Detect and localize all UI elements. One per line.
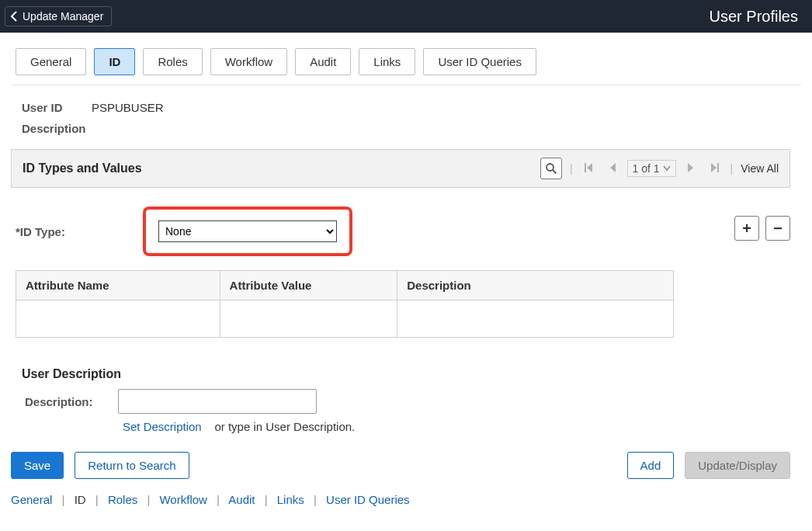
user-id-value: PSPUBUSER [92, 101, 164, 114]
attributes-table: Attribute Name Attribute Value Descripti… [16, 270, 674, 338]
footer-links: General | ID | Roles | Workflow | Audit … [11, 493, 801, 506]
divider: | [730, 162, 734, 175]
tab-user-id-queries[interactable]: User ID Queries [423, 48, 536, 75]
cell-attribute-value [220, 300, 397, 338]
description-hint-text: or type in User Description. [214, 420, 355, 433]
back-button[interactable]: Update Manager [5, 6, 112, 26]
footer-id: ID [75, 493, 86, 506]
user-description-heading: User Description [22, 367, 801, 381]
plus-icon: + [742, 220, 751, 238]
chevron-left-icon [10, 11, 19, 22]
grid-search-button[interactable] [540, 158, 562, 179]
save-button[interactable]: Save [11, 452, 64, 479]
col-attribute-name: Attribute Name [16, 271, 220, 300]
grid-page-label: 1 of 1 [633, 162, 660, 175]
grid-last-button[interactable] [706, 161, 723, 177]
tab-roles[interactable]: Roles [143, 48, 202, 75]
add-row-button[interactable]: + [734, 216, 759, 241]
add-button[interactable]: Add [627, 452, 675, 479]
footer-audit[interactable]: Audit [228, 493, 255, 506]
footer-links-link[interactable]: Links [277, 493, 304, 506]
id-type-label: *ID Type: [16, 225, 143, 238]
next-icon [687, 162, 695, 173]
set-description-link[interactable]: Set Description [123, 420, 202, 433]
user-id-label: User ID [22, 101, 92, 114]
remove-row-button[interactable]: − [765, 216, 790, 241]
tab-bar: General ID Roles Workflow Audit Links Us… [11, 33, 801, 85]
svg-point-0 [547, 164, 553, 171]
minus-icon: − [773, 220, 783, 238]
grid-first-button[interactable] [581, 161, 598, 177]
back-button-label: Update Manager [23, 10, 103, 23]
description-label: Description [22, 122, 801, 135]
col-attribute-value: Attribute Value [220, 271, 397, 300]
grid-title: ID Types and Values [23, 161, 142, 175]
grid-header: ID Types and Values | 1 of 1 | [11, 149, 790, 188]
prev-icon [609, 162, 616, 173]
description-input[interactable] [118, 389, 317, 414]
cell-description [397, 300, 674, 338]
cell-attribute-name [16, 300, 220, 338]
chevron-down-icon [663, 165, 671, 172]
table-row [16, 300, 674, 338]
grid-next-button[interactable] [684, 161, 698, 177]
footer-user-id-queries[interactable]: User ID Queries [326, 493, 410, 506]
col-description: Description [397, 271, 674, 300]
tab-audit[interactable]: Audit [295, 48, 351, 75]
first-icon [584, 162, 595, 173]
footer-workflow[interactable]: Workflow [159, 493, 206, 506]
tab-workflow[interactable]: Workflow [210, 48, 287, 75]
divider: | [570, 162, 573, 175]
search-icon [545, 162, 557, 175]
update-display-button: Update/Display [685, 452, 790, 479]
grid-page-select[interactable]: 1 of 1 [627, 160, 676, 177]
tab-id[interactable]: ID [94, 48, 135, 75]
page-title: User Profiles [710, 8, 798, 26]
grid-view-all[interactable]: View All [741, 162, 779, 175]
id-type-select[interactable]: None [158, 220, 337, 242]
tab-general[interactable]: General [16, 48, 86, 75]
top-bar: Update Manager User Profiles [0, 0, 812, 33]
description-field-label: Description: [25, 395, 109, 408]
last-icon [709, 162, 720, 173]
svg-line-1 [553, 170, 557, 174]
footer-general[interactable]: General [11, 493, 52, 506]
highlight-box: None [143, 206, 352, 256]
grid-prev-button[interactable] [606, 161, 619, 177]
footer-roles[interactable]: Roles [108, 493, 137, 506]
tab-links[interactable]: Links [359, 48, 415, 75]
return-to-search-button[interactable]: Return to Search [75, 452, 189, 479]
